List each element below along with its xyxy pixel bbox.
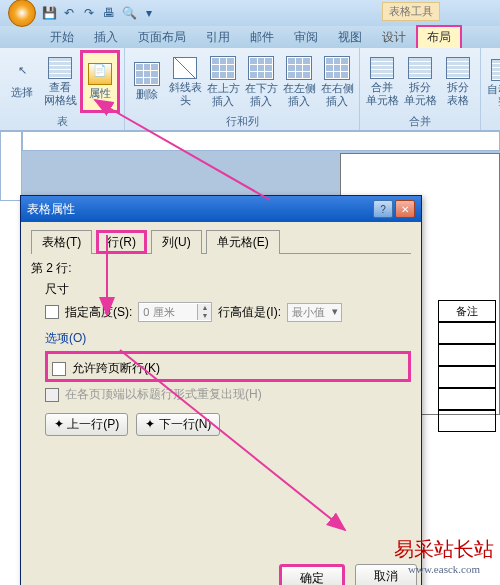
help-button[interactable]: ? — [373, 200, 393, 218]
table-row[interactable] — [438, 410, 496, 432]
height-is-label: 行高值是(I): — [218, 304, 281, 321]
ribbon-tabs: 开始 插入 页面布局 引用 邮件 审阅 视图 设计 布局 — [0, 26, 500, 48]
redo-icon[interactable]: ↷ — [82, 6, 96, 20]
height-input[interactable] — [139, 304, 197, 320]
specify-height-checkbox[interactable] — [45, 305, 59, 319]
merge-cells-button[interactable]: 合并 单元格 — [364, 50, 400, 113]
spin-up-icon: ▲ — [197, 304, 211, 312]
vertical-ruler[interactable] — [0, 131, 22, 201]
diagonal-header-button[interactable]: 斜线表头 — [167, 50, 203, 113]
qat-dropdown-icon[interactable]: ▾ — [142, 6, 156, 20]
tab-page-layout[interactable]: 页面布局 — [128, 26, 196, 48]
tab-view[interactable]: 视图 — [328, 26, 372, 48]
options-label: 选项(O) — [45, 330, 411, 347]
dialog-titlebar[interactable]: 表格属性 ? ✕ — [21, 196, 421, 222]
table-row[interactable] — [438, 388, 496, 410]
insert-below-button[interactable]: 在下方 插入 — [243, 50, 279, 113]
insert-above-button[interactable]: 在上方 插入 — [205, 50, 241, 113]
table-row[interactable] — [438, 366, 496, 388]
tab-table-layout[interactable]: 布局 — [416, 25, 462, 48]
tab-cell[interactable]: 单元格(E) — [206, 230, 280, 254]
split-table-button[interactable]: 拆分 表格 — [440, 50, 476, 113]
tab-review[interactable]: 审阅 — [284, 26, 328, 48]
split-cells-button[interactable]: 拆分 单元格 — [402, 50, 438, 113]
view-gridlines-button[interactable]: 查看 网格线 — [42, 50, 78, 113]
tab-home[interactable]: 开始 — [40, 26, 84, 48]
print-icon[interactable]: 🖶 — [102, 6, 116, 20]
group-label-table: 表 — [4, 113, 120, 130]
autofit-button[interactable]: 自动调整 — [485, 50, 500, 116]
horizontal-ruler[interactable] — [22, 131, 500, 151]
height-rule-select[interactable]: 最小值 — [287, 303, 342, 322]
preview-icon[interactable]: 🔍 — [122, 6, 136, 20]
tab-design[interactable]: 设计 — [372, 26, 416, 48]
properties-button[interactable]: 📄属性 — [80, 50, 120, 113]
close-button[interactable]: ✕ — [395, 200, 415, 218]
document-table[interactable]: 备注 — [438, 300, 496, 432]
watermark-text-cn: 易采站长站 — [394, 536, 494, 563]
dialog-title: 表格属性 — [27, 201, 75, 218]
ok-button[interactable]: 确定 — [279, 564, 345, 585]
tab-references[interactable]: 引用 — [196, 26, 240, 48]
tab-insert[interactable]: 插入 — [84, 26, 128, 48]
table-properties-dialog: 表格属性 ? ✕ 表格(T) 行(R) 列(U) 单元格(E) 第 2 行: 尺… — [20, 195, 422, 585]
group-label-merge: 合并 — [364, 113, 476, 130]
contextual-tab-label: 表格工具 — [382, 2, 440, 21]
save-icon[interactable]: 💾 — [42, 6, 56, 20]
insert-right-button[interactable]: 在右侧 插入 — [319, 50, 355, 113]
allow-break-row-highlight: 允许跨页断行(K) — [45, 351, 411, 382]
height-spinner[interactable]: ▲▼ — [138, 302, 212, 322]
office-button[interactable] — [8, 0, 36, 27]
table-row[interactable] — [438, 322, 496, 344]
size-label: 尺寸 — [45, 281, 411, 298]
watermark-text-en: www.easck.com — [394, 563, 494, 575]
repeat-header-checkbox — [45, 388, 59, 402]
prev-row-button[interactable]: ✦ 上一行(P) — [45, 413, 128, 436]
document-area — [0, 131, 500, 201]
tab-mail[interactable]: 邮件 — [240, 26, 284, 48]
repeat-header-label: 在各页顶端以标题行形式重复出现(H) — [65, 386, 262, 403]
row-heading: 第 2 行: — [31, 260, 411, 277]
ribbon: ↖选择 查看 网格线 📄属性 表 删除 斜线表头 在上方 插入 在下方 插入 在… — [0, 48, 500, 131]
select-button[interactable]: ↖选择 — [4, 50, 40, 113]
insert-left-button[interactable]: 在左侧 插入 — [281, 50, 317, 113]
tab-table[interactable]: 表格(T) — [31, 230, 92, 254]
next-row-button[interactable]: ✦ 下一行(N) — [136, 413, 220, 436]
spin-down-icon: ▼ — [197, 312, 211, 320]
group-label-rows-cols: 行和列 — [129, 113, 355, 130]
delete-button[interactable]: 删除 — [129, 50, 165, 113]
allow-break-checkbox[interactable] — [52, 362, 66, 376]
table-row[interactable] — [438, 344, 496, 366]
table-header: 备注 — [438, 300, 496, 322]
tab-row[interactable]: 行(R) — [96, 230, 147, 254]
specify-height-label: 指定高度(S): — [65, 304, 132, 321]
tab-column[interactable]: 列(U) — [151, 230, 202, 254]
dialog-tabstrip: 表格(T) 行(R) 列(U) 单元格(E) — [31, 230, 411, 254]
allow-break-label: 允许跨页断行(K) — [72, 360, 160, 377]
watermark: 易采站长站 www.easck.com — [394, 536, 494, 575]
undo-icon[interactable]: ↶ — [62, 6, 76, 20]
